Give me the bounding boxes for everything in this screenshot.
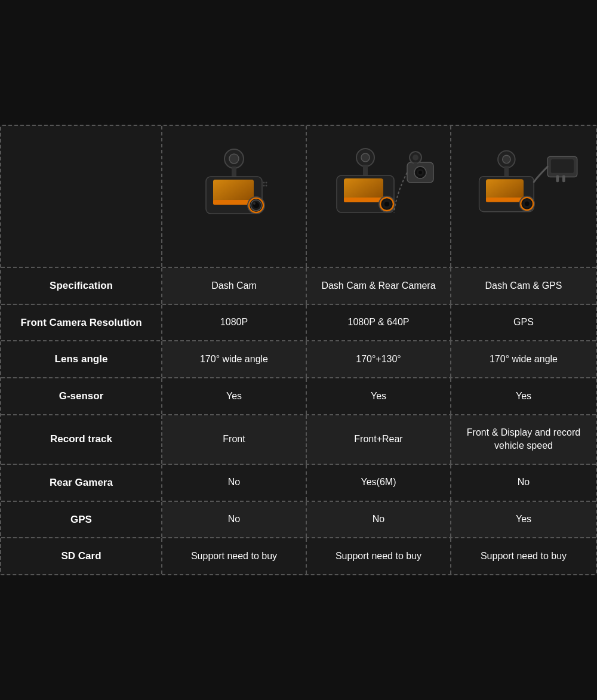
recordtrack-col2: Front+Rear <box>307 415 451 464</box>
svg-point-32 <box>418 171 422 174</box>
spec-col3: Dash Cam & GPS <box>451 268 596 304</box>
gps-label: GPS <box>1 502 162 538</box>
rearcamera-col3: No <box>451 465 596 501</box>
gps-col2: No <box>307 502 451 538</box>
rearcamera-col2: Yes(6M) <box>307 465 451 501</box>
svg-point-10 <box>253 202 256 205</box>
image-label-cell <box>1 126 162 267</box>
gsensor-col2: Yes <box>307 378 451 414</box>
spec-col2: Dash Cam & Rear Camera <box>307 268 451 304</box>
dashcam2-icon <box>319 146 438 247</box>
specification-row: Specification Dash Cam Dash Cam & Rear C… <box>1 268 596 305</box>
lens-col3: 170° wide angle <box>451 341 596 377</box>
svg-rect-46 <box>562 175 565 181</box>
product-image-col2 <box>307 126 451 267</box>
lens-col2: 170°+130° <box>307 341 451 377</box>
svg-point-24 <box>384 202 389 206</box>
spec-col1: Dash Cam <box>162 268 307 304</box>
image-row <box>1 126 596 268</box>
product-image-col1 <box>162 126 307 267</box>
sdcard-row: SD Card Support need to buy Support need… <box>1 538 596 574</box>
resolution-row: Front Camera Resolution 1080P 1080P & 64… <box>1 305 596 342</box>
lens-col1: 170° wide angle <box>162 341 307 377</box>
svg-rect-44 <box>551 159 574 173</box>
resolution-col3: GPS <box>451 305 596 341</box>
recordtrack-label: Record track <box>1 415 162 464</box>
svg-point-12 <box>263 181 265 183</box>
dashcam1-icon <box>183 146 285 247</box>
gps-col1: No <box>162 502 307 538</box>
gps-row: GPS No No Yes <box>1 502 596 539</box>
svg-point-34 <box>503 155 510 163</box>
svg-point-17 <box>361 153 370 162</box>
recordtrack-col3: Front & Display and record vehicle speed <box>451 415 596 464</box>
svg-rect-45 <box>556 175 559 181</box>
resolution-col1: 1080P <box>162 305 307 341</box>
svg-rect-38 <box>486 198 524 202</box>
sdcard-col3: Support need to buy <box>451 538 596 574</box>
recordtrack-col1: Front <box>162 415 307 464</box>
resolution-label: Front Camera Resolution <box>1 305 162 341</box>
gsensor-row: G-sensor Yes Yes Yes <box>1 378 596 415</box>
gsensor-label: G-sensor <box>1 378 162 414</box>
lens-row: Lens angle 170° wide angle 170°+130° 170… <box>1 341 596 378</box>
lens-label: Lens angle <box>1 341 162 377</box>
recordtrack-row: Record track Front Front+Rear Front & Di… <box>1 415 596 465</box>
dashcam3-icon <box>461 146 586 247</box>
rearcamera-col1: No <box>162 465 307 501</box>
sdcard-label: SD Card <box>1 538 162 574</box>
gsensor-col1: Yes <box>162 378 307 414</box>
sdcard-col2: Support need to buy <box>307 538 451 574</box>
svg-rect-21 <box>344 198 383 202</box>
comparison-table: Specification Dash Cam Dash Cam & Rear C… <box>0 125 597 575</box>
svg-point-41 <box>525 201 530 206</box>
rearcamera-label: Rear Gamera <box>1 465 162 501</box>
svg-point-13 <box>266 181 267 183</box>
sdcard-col1: Support need to buy <box>162 538 307 574</box>
gps-col3: Yes <box>451 502 596 538</box>
gsensor-col3: Yes <box>451 378 596 414</box>
svg-point-28 <box>413 155 418 161</box>
svg-rect-29 <box>414 162 417 166</box>
svg-point-14 <box>263 184 265 186</box>
svg-point-1 <box>229 154 239 164</box>
resolution-col2: 1080P & 640P <box>307 305 451 341</box>
svg-point-15 <box>266 184 267 186</box>
product-image-col3 <box>451 126 596 267</box>
spec-label: Specification <box>1 268 162 304</box>
rearcamera-row: Rear Gamera No Yes(6M) No <box>1 465 596 502</box>
